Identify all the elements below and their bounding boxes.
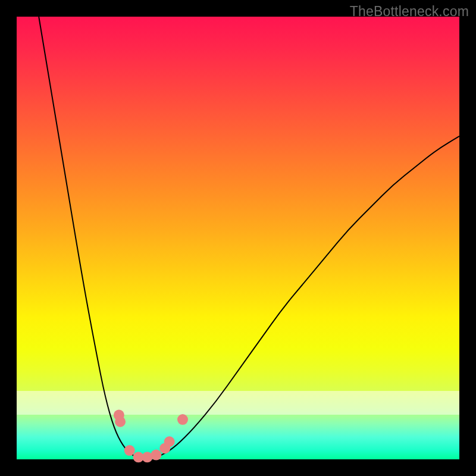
marker-dot [124, 445, 135, 456]
marker-dot [164, 436, 175, 447]
curve-plot [17, 17, 459, 459]
marker-dots [114, 410, 188, 463]
marker-dot [151, 450, 161, 461]
marker-dot [115, 416, 126, 427]
bottleneck-curve [39, 17, 459, 459]
marker-dot [177, 414, 188, 425]
